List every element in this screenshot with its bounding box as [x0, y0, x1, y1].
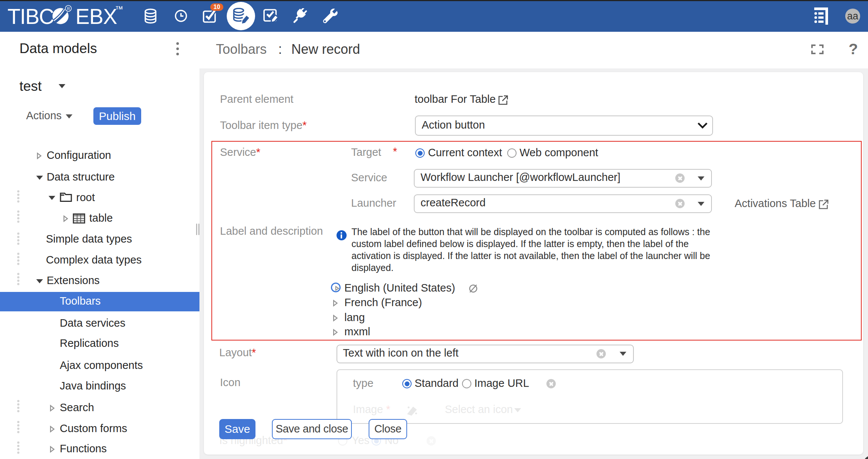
svg-text:™: ™ — [115, 4, 123, 14]
svg-text:TIBC: TIBC — [7, 4, 54, 28]
svg-text:EBX: EBX — [75, 4, 117, 28]
svg-text:R: R — [67, 6, 70, 11]
